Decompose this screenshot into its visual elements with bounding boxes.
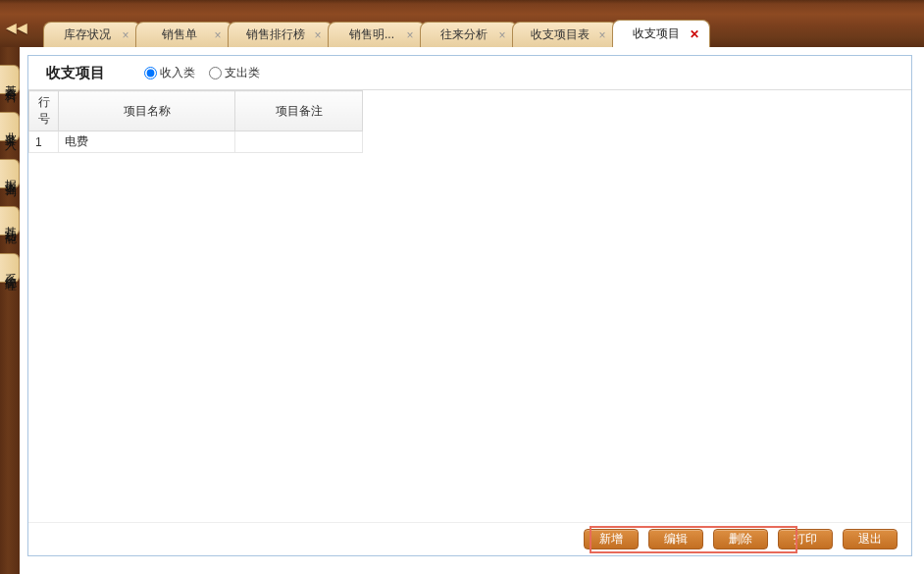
tab-sales-detail[interactable]: 销售明... × [328, 22, 426, 47]
tab-label: 销售单 [162, 26, 197, 43]
radio-expense[interactable]: 支出类 [209, 65, 260, 81]
tab-income-expense-item[interactable]: 收支项目 ✕ [612, 20, 710, 47]
cell-name[interactable]: 电费 [59, 131, 235, 153]
sidebar-item-label: 业务录入 [4, 123, 18, 130]
close-icon[interactable]: ✕ [688, 27, 701, 41]
panel-header: 收支项目 收入类 支出类 [28, 56, 911, 89]
close-icon[interactable]: × [595, 28, 609, 42]
tab-label: 收支项目表 [531, 26, 590, 43]
radio-income-input[interactable] [144, 67, 157, 79]
cell-rownum: 1 [29, 131, 59, 153]
sidebar-item-label: 其它功能 [4, 217, 18, 225]
sidebar-item-system-management[interactable]: 系统管理 [0, 253, 20, 283]
sidebar-item-label: 系统管理 [4, 264, 18, 272]
sidebar-item-basic-data[interactable]: 基本资料 [0, 65, 20, 94]
col-rownum[interactable]: 行号 [29, 91, 59, 131]
delete-button[interactable]: 删除 [713, 529, 768, 549]
tab-sales-order[interactable]: 销售单 × [135, 22, 233, 47]
tab-label: 往来分析 [440, 26, 488, 43]
category-radio-group: 收入类 支出类 [144, 65, 260, 81]
col-name[interactable]: 项目名称 [59, 91, 235, 131]
top-tab-bar: ◀◀ 库存状况 × 销售单 × 销售排行榜 × 销售明... × 往来分析 × … [0, 0, 924, 47]
grid-container[interactable]: 行号 项目名称 项目备注 1 电费 [28, 89, 911, 522]
grid-header-row: 行号 项目名称 项目备注 [29, 91, 363, 131]
close-icon[interactable]: × [495, 28, 509, 42]
panel-footer: 新增 编辑 删除 打印 退出 [28, 522, 911, 555]
radio-expense-input[interactable] [209, 67, 222, 79]
cell-remark[interactable] [235, 131, 363, 153]
tabs-container: 库存状况 × 销售单 × 销售排行榜 × 销售明... × 往来分析 × 收支项… [24, 0, 704, 47]
tab-inventory[interactable]: 库存状况 × [43, 22, 141, 47]
sidebar-item-report-query[interactable]: 报表查询 [0, 159, 20, 188]
table-row[interactable]: 1 电费 [29, 131, 363, 153]
left-sidebar: 基本资料 业务录入 报表查询 其它功能 系统管理 [0, 47, 20, 574]
sidebar-item-other-functions[interactable]: 其它功能 [0, 206, 20, 235]
close-icon[interactable]: × [403, 28, 417, 42]
exit-button[interactable]: 退出 [843, 529, 898, 549]
add-button[interactable]: 新增 [584, 529, 639, 549]
tab-label: 收支项目 [633, 26, 680, 42]
sidebar-item-business-entry[interactable]: 业务录入 [0, 112, 20, 141]
panel-title: 收支项目 [46, 64, 105, 82]
sidebar-item-label: 基本资料 [4, 76, 18, 83]
tab-income-expense-table[interactable]: 收支项目表 × [512, 22, 618, 47]
main-panel: 收支项目 收入类 支出类 行号 项目名称 项目备注 1 [27, 55, 912, 556]
close-icon[interactable]: × [211, 28, 225, 42]
close-icon[interactable]: × [119, 28, 132, 42]
print-button[interactable]: 打印 [778, 529, 833, 549]
col-remark[interactable]: 项目备注 [235, 91, 363, 131]
radio-expense-label: 支出类 [225, 65, 260, 81]
tab-label: 销售明... [349, 26, 394, 43]
close-icon[interactable]: × [311, 28, 325, 42]
tab-label: 销售排行榜 [246, 26, 305, 43]
data-grid: 行号 项目名称 项目备注 1 电费 [28, 90, 363, 153]
sidebar-item-label: 报表查询 [4, 170, 18, 178]
tab-sales-rank[interactable]: 销售排行榜 × [228, 22, 334, 47]
edit-button[interactable]: 编辑 [648, 529, 703, 549]
radio-income[interactable]: 收入类 [144, 65, 195, 81]
tab-label: 库存状况 [64, 26, 111, 43]
radio-income-label: 收入类 [160, 65, 195, 81]
tab-transaction-analysis[interactable]: 往来分析 × [420, 22, 518, 47]
